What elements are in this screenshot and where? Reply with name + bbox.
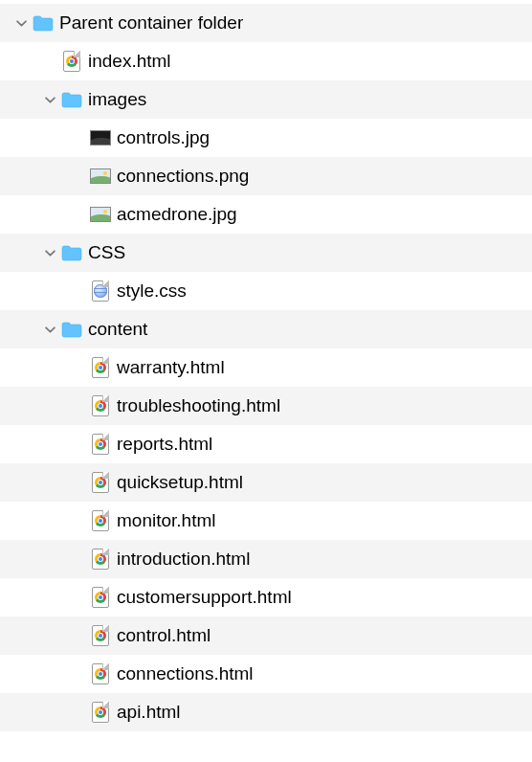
tree-item-label: images [88,89,146,110]
tree-row[interactable]: controls.jpg [0,119,532,157]
chevron-down-icon[interactable] [44,247,55,258]
tree-row[interactable]: control.html [0,616,532,655]
tree-row[interactable]: acmedrone.jpg [0,195,532,234]
tree-item-label: monitor.html [117,510,215,531]
chrome-html-icon [61,51,82,72]
tree-item-label: index.html [88,51,171,72]
tree-item-label: acmedrone.jpg [117,204,237,225]
chrome-html-icon [90,549,111,570]
tree-row[interactable]: troubleshooting.html [0,387,532,425]
tree-row[interactable]: images [0,80,532,119]
folder-icon [61,242,82,263]
file-tree: Parent container folder index.html image… [0,0,532,731]
tree-item-label: connections.png [117,166,249,187]
image-png-icon [90,166,111,187]
tree-row[interactable]: customersupport.html [0,578,532,616]
tree-row[interactable]: style.css [0,272,532,310]
chevron-down-icon[interactable] [44,324,55,335]
tree-row[interactable]: Parent container folder [0,4,532,42]
chrome-html-icon [90,434,111,455]
tree-row[interactable]: introduction.html [0,540,532,578]
folder-icon [61,89,82,110]
chevron-down-icon[interactable] [15,17,27,29]
folder-icon [61,319,82,340]
image-jpg-icon [90,204,111,225]
chrome-html-icon [90,587,111,608]
tree-row[interactable]: content [0,310,532,348]
css-file-icon [90,280,111,302]
chrome-html-icon [90,663,111,684]
chrome-html-icon [90,625,111,646]
tree-row[interactable]: quicksetup.html [0,463,532,502]
chrome-html-icon [90,510,111,531]
tree-row[interactable]: index.html [0,42,532,80]
tree-row[interactable]: monitor.html [0,502,532,540]
tree-item-label: Parent container folder [59,12,243,34]
folder-icon [33,12,54,34]
tree-item-label: troubleshooting.html [117,395,280,416]
tree-row[interactable]: api.html [0,693,532,731]
chrome-html-icon [90,702,111,723]
tree-item-label: control.html [117,625,211,646]
tree-item-label: CSS [88,242,125,263]
tree-row[interactable]: connections.html [0,655,532,693]
tree-item-label: warranty.html [117,357,225,378]
tree-item-label: quicksetup.html [117,472,243,493]
tree-item-label: style.css [117,280,187,302]
tree-item-label: reports.html [117,434,212,455]
tree-row[interactable]: CSS [0,234,532,272]
tree-item-label: introduction.html [117,549,250,570]
tree-item-label: controls.jpg [117,127,210,148]
tree-row[interactable]: reports.html [0,425,532,463]
tree-item-label: api.html [117,702,181,723]
tree-item-label: content [88,319,147,340]
chevron-down-icon[interactable] [44,94,55,105]
tree-item-label: customersupport.html [117,587,292,608]
tree-item-label: connections.html [117,663,254,684]
chrome-html-icon [90,395,111,416]
tree-row[interactable]: connections.png [0,157,532,195]
image-jpg-icon [90,127,111,148]
tree-row[interactable]: warranty.html [0,348,532,387]
chrome-html-icon [90,472,111,493]
chrome-html-icon [90,357,111,378]
